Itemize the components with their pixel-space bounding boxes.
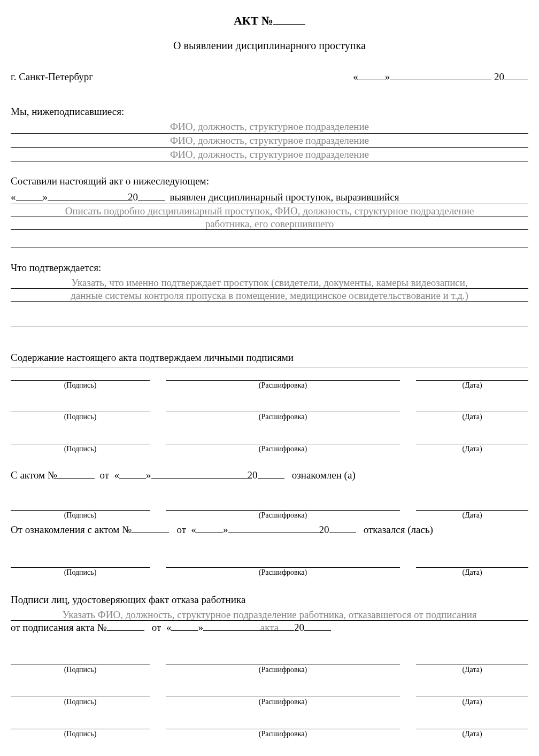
quote-close-3: »	[146, 469, 151, 481]
ack-col-sign: (Подпись)	[11, 510, 150, 520]
quote-open-4: «	[191, 524, 197, 535]
sig-col-name-2: (Расшифровка)	[166, 412, 400, 422]
rw-number-field[interactable]	[107, 620, 144, 631]
rw1-name[interactable]	[166, 635, 400, 665]
refuse-date[interactable]	[416, 537, 528, 568]
ack-sign[interactable]	[11, 483, 150, 511]
sig-col-sign-2: (Подпись)	[11, 412, 150, 422]
signer-hint-1: ФИО, должность, структурное подразделени…	[11, 120, 528, 134]
refuse-day-field[interactable]	[196, 522, 223, 533]
rw-day-field[interactable]	[171, 620, 198, 631]
act-label: АКТ №	[234, 14, 273, 27]
act-desc-line-1[interactable]: Описать подробно дисциплинарный проступо…	[11, 204, 528, 217]
signers-intro: Мы, нижеподписавшиеся:	[11, 105, 528, 119]
signer-line-2[interactable]: ФИО, должность, структурное подразделени…	[11, 134, 528, 148]
century-4: 20	[319, 524, 329, 535]
rw2-name[interactable]	[166, 675, 400, 697]
refuse-witness-line-1[interactable]: Указать ФИО, должность, структурное подр…	[11, 608, 528, 621]
sig2-sign[interactable]	[11, 390, 150, 412]
ack-month-field[interactable]	[151, 467, 248, 479]
act-number-field[interactable]	[273, 12, 305, 25]
act-hint-2: работника, его совершившего	[11, 217, 528, 231]
sig-col-name: (Расшифровка)	[166, 380, 400, 390]
signature-table-1: (Подпись)(Расшифровка)(Дата) (Подпись)(Р…	[11, 367, 528, 455]
act-year-field[interactable]	[138, 189, 165, 200]
confirm-hint-1: Указать, что именно подтверждает проступ…	[11, 276, 528, 290]
act-desc-line-2[interactable]: работника, его совершившего	[11, 217, 528, 230]
ack-number-field[interactable]	[57, 467, 95, 479]
refuse-suffix: отказался (лась)	[364, 524, 433, 535]
rw3-date[interactable]	[416, 707, 528, 729]
ack-date[interactable]	[416, 483, 528, 511]
refuse-col-date: (Дата)	[416, 568, 528, 578]
quote-open: «	[353, 71, 358, 82]
act-day-field[interactable]	[16, 189, 43, 200]
ack-sig-table: (Подпись)(Расшифровка)(Дата)	[11, 483, 528, 521]
quote-close-4: »	[223, 524, 228, 535]
act-body-date-line: «»20 выявлен дисциплинарный проступок, в…	[11, 189, 528, 205]
refuse-name[interactable]	[166, 537, 400, 568]
act-desc-line-3[interactable]	[11, 232, 528, 248]
rw-month-field[interactable]	[203, 620, 294, 631]
sig1-sign[interactable]	[11, 367, 150, 381]
sig1-name[interactable]	[166, 367, 400, 381]
confirm-line-3[interactable]	[11, 304, 528, 327]
rw-col-name-3: (Расшифровка)	[166, 729, 400, 739]
rw-col-date-2: (Дата)	[416, 697, 528, 707]
signer-line-1[interactable]: ФИО, должность, структурное подразделени…	[11, 120, 528, 134]
quote-close: »	[385, 71, 390, 82]
ack-year-field[interactable]	[258, 467, 284, 479]
ack-line: С актом № от «»20 ознакомлен (а)	[11, 467, 528, 482]
sig3-name[interactable]	[166, 422, 400, 444]
quote-close-2: »	[43, 191, 48, 203]
act-month-field[interactable]	[48, 189, 128, 200]
quote-close-5: »	[198, 622, 203, 633]
signer-hint-3: ФИО, должность, структурное подразделени…	[11, 148, 528, 161]
rw-col-sign-2: (Подпись)	[11, 697, 150, 707]
day-field[interactable]	[358, 69, 385, 80]
signer-line-3[interactable]: ФИО, должность, структурное подразделени…	[11, 148, 528, 161]
sig-col-date-3: (Дата)	[416, 444, 528, 454]
rw-year-field[interactable]	[304, 620, 331, 631]
refuse-witness-line-2-wrap: акта от подписания акта № от «»20	[11, 621, 528, 635]
refuse-month-field[interactable]	[228, 522, 319, 533]
sig-col-sign: (Подпись)	[11, 380, 150, 390]
sig2-name[interactable]	[166, 390, 400, 412]
rw1-sign[interactable]	[11, 635, 150, 665]
refuse-line: От ознакомления с актом № от «»20 отказа…	[11, 522, 528, 537]
rw-from-sign-prefix: от подписания акта №	[11, 622, 107, 633]
sig2-date[interactable]	[416, 390, 528, 412]
rw-sig-table: (Подпись)(Расшифровка)(Дата) (Подпись)(Р…	[11, 635, 528, 739]
rw2-date[interactable]	[416, 675, 528, 697]
confirm-line-2[interactable]: данные системы контроля пропуска в помещ…	[11, 289, 528, 302]
rw-from: от	[152, 622, 161, 633]
refuse-year-field[interactable]	[329, 522, 356, 533]
sig1-date[interactable]	[416, 367, 528, 381]
year-field[interactable]	[504, 69, 528, 80]
ack-col-name: (Расшифровка)	[166, 510, 400, 520]
city: г. Санкт-Петербург	[11, 70, 93, 84]
confirm-hint-2: данные системы контроля пропуска в помещ…	[11, 289, 528, 303]
rw2-sign[interactable]	[11, 675, 150, 697]
rw-col-date-1: (Дата)	[416, 665, 528, 675]
quote-open-3: «	[114, 469, 120, 481]
refuse-number-field[interactable]	[132, 522, 169, 533]
rw3-name[interactable]	[166, 707, 400, 729]
sig-col-date-2: (Дата)	[416, 412, 528, 422]
signer-hint-2: ФИО, должность, структурное подразделени…	[11, 134, 528, 148]
refuse-sign[interactable]	[11, 537, 150, 568]
rw1-date[interactable]	[416, 635, 528, 665]
month-field[interactable]	[390, 69, 491, 80]
act-body-intro: Составили настоящий акт о нижеследующем:	[11, 174, 528, 188]
sig-heading: Содержание настоящего акта подтверждаем …	[11, 351, 528, 367]
rw3-sign[interactable]	[11, 707, 150, 729]
refuse-witness-heading: Подписи лиц, удостоверяющих факт отказа …	[11, 593, 528, 607]
act-after-date: выявлен дисциплинарный проступок, вырази…	[170, 191, 399, 203]
sig3-date[interactable]	[416, 422, 528, 444]
ack-name[interactable]	[166, 483, 400, 511]
ack-day-field[interactable]	[119, 467, 146, 479]
confirm-line-1[interactable]: Указать, что именно подтверждает проступ…	[11, 276, 528, 289]
rw-from-sign-line: от подписания акта № от «»20	[11, 620, 331, 635]
sig3-sign[interactable]	[11, 422, 150, 444]
act-subtitle: О выявлении дисциплинарного проступка	[11, 38, 528, 53]
